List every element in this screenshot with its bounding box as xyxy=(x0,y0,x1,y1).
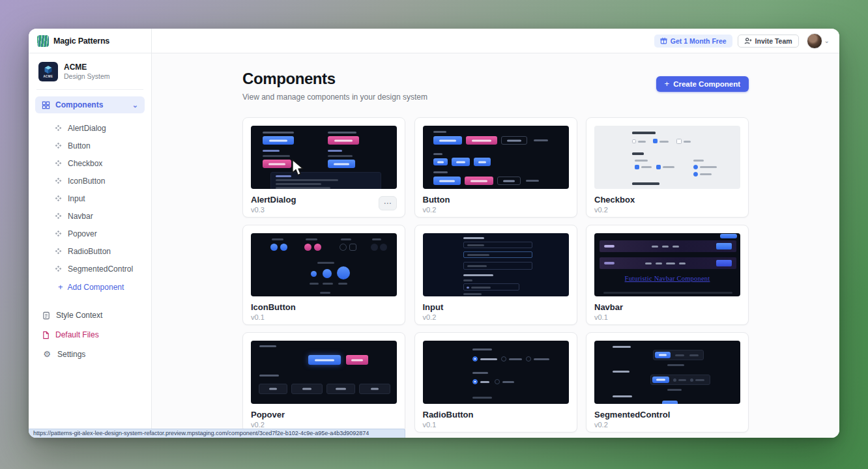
sidebar-item-radiobutton[interactable]: RadioButton xyxy=(29,242,151,260)
thumb-button-pill xyxy=(263,160,291,168)
workspace-name: ACME xyxy=(64,63,110,72)
thumb-icon-button xyxy=(314,244,321,251)
thumb-nav-logo xyxy=(604,245,615,248)
thumb-icon-button xyxy=(270,244,278,251)
text-bar xyxy=(603,292,732,294)
thumb-segmented-control xyxy=(650,375,710,385)
popover-thumbnail xyxy=(251,341,397,404)
sidebar-item-default-files[interactable]: Default Files xyxy=(29,325,151,345)
page-subtitle: View and manage components in your desig… xyxy=(242,92,427,102)
workspace-subtitle: Design System xyxy=(64,72,110,80)
text-bar xyxy=(632,132,656,134)
topbar: Get 1 Month Free Invite Team ⌄ xyxy=(152,29,839,53)
button-thumbnail xyxy=(423,126,569,189)
plus-icon: + xyxy=(58,284,63,291)
user-plus-icon xyxy=(744,37,752,45)
cube-icon xyxy=(43,65,53,74)
card-title: RadioButton xyxy=(423,410,569,419)
card-checkbox[interactable]: Checkbox v0.2 xyxy=(586,117,749,218)
card-navbar[interactable]: Futuristic Navbar Component Navbar v0.1 xyxy=(586,225,749,325)
card-popover[interactable]: Popover v0.2 xyxy=(242,332,405,433)
card-version: v0.2 xyxy=(423,313,569,321)
gift-icon xyxy=(660,37,667,44)
get-month-free-button[interactable]: Get 1 Month Free xyxy=(654,35,732,48)
sidebar-item-alertdialog[interactable]: AlertDialog xyxy=(29,119,151,137)
text-bar xyxy=(463,293,482,295)
thumb-button-pill xyxy=(326,384,355,394)
text-bar xyxy=(613,346,631,348)
card-alertdialog[interactable]: AlertDialog v0.3 ⋯ xyxy=(242,117,405,218)
main-area: Get 1 Month Free Invite Team ⌄ Componen xyxy=(152,29,839,438)
card-title: Button xyxy=(423,195,569,205)
more-options-button[interactable]: ⋯ xyxy=(379,196,397,210)
text-bar xyxy=(667,389,682,391)
text-bar xyxy=(328,150,342,152)
card-version: v0.2 xyxy=(594,206,740,214)
sidebar-item-components[interactable]: Components ⌄ xyxy=(35,96,145,113)
radiobutton-thumbnail xyxy=(423,341,569,404)
link-url: https://patterns-git-alex-lee-design-sys… xyxy=(33,430,369,436)
text-bar xyxy=(320,292,330,294)
card-iconbutton[interactable]: IconButton v0.1 xyxy=(242,225,405,325)
item-label: Checkbox xyxy=(68,159,102,168)
thumb-icon-button xyxy=(280,244,287,251)
sidebar-item-navbar[interactable]: Navbar xyxy=(29,207,151,225)
thumb-radio-selected xyxy=(472,379,478,384)
text-bar xyxy=(663,166,674,168)
sidebar-item-iconbutton[interactable]: IconButton xyxy=(29,172,151,190)
sidebar-item-checkbox[interactable]: Checkbox xyxy=(29,154,151,172)
sidebar-item-input[interactable]: Input xyxy=(29,190,151,207)
sidebar-item-settings[interactable]: ⚙ Settings xyxy=(29,345,151,364)
file-icon xyxy=(42,331,50,339)
component-icon xyxy=(55,212,62,220)
thumb-button-pill xyxy=(433,136,462,145)
chevron-down-icon: ⌄ xyxy=(132,102,138,107)
text-bar xyxy=(372,238,381,240)
card-button[interactable]: Button v0.2 xyxy=(414,117,577,218)
item-label: IconButton xyxy=(68,177,105,186)
text-bar xyxy=(328,132,356,134)
text-bar xyxy=(310,283,319,285)
text-bar xyxy=(263,150,280,152)
sidebar-divider xyxy=(36,89,143,90)
thumb-radio xyxy=(495,379,500,384)
card-title: SegmentedControl xyxy=(594,410,740,419)
sidebar-item-button[interactable]: Button xyxy=(29,137,151,154)
text-bar xyxy=(328,155,353,157)
thumb-input-field xyxy=(463,251,532,258)
text-bar xyxy=(700,166,717,168)
text-bar xyxy=(433,153,442,155)
item-label: SegmentedControl xyxy=(68,264,133,274)
navbar-caption: Futuristic Navbar Component xyxy=(594,275,740,282)
card-title: Navbar xyxy=(594,302,740,312)
create-component-button[interactable]: + Create Component xyxy=(656,76,749,92)
thumb-checkbox xyxy=(632,139,636,143)
text-bar xyxy=(433,131,446,133)
invite-team-button[interactable]: Invite Team xyxy=(738,35,799,48)
thumb-navbar xyxy=(600,240,736,252)
thumb-segmented-control xyxy=(653,350,704,360)
document-icon xyxy=(42,311,50,320)
workspace-switcher[interactable]: ACME ACME Design System xyxy=(29,53,151,89)
item-label: Style Context xyxy=(56,311,102,320)
sidebar-item-popover[interactable]: Popover xyxy=(29,225,151,242)
card-segmentedcontrol[interactable]: SegmentedControl v0.2 xyxy=(586,332,749,433)
thumb-segment-selected xyxy=(662,401,678,404)
sidebar-item-style-context[interactable]: Style Context xyxy=(29,306,151,325)
card-input[interactable]: Input v0.2 xyxy=(414,225,577,325)
text-bar xyxy=(659,141,669,143)
thumb-icon-button xyxy=(340,244,347,251)
text-bar xyxy=(472,372,488,374)
user-menu[interactable]: ⌄ xyxy=(807,33,830,49)
card-radiobutton[interactable]: RadioButton v0.1 xyxy=(414,332,577,433)
text-bar xyxy=(263,155,290,157)
text-bar xyxy=(463,274,493,276)
add-component-button[interactable]: + Add Component xyxy=(29,277,151,297)
sidebar-item-segmentedcontrol[interactable]: SegmentedControl xyxy=(29,260,151,277)
item-label: Navbar xyxy=(68,212,93,221)
components-nav-label: Components xyxy=(55,100,103,109)
thumb-input-field xyxy=(463,262,532,270)
thumb-icon-button xyxy=(371,244,378,251)
thumb-button-pill xyxy=(433,177,461,185)
text-bar xyxy=(693,160,704,162)
